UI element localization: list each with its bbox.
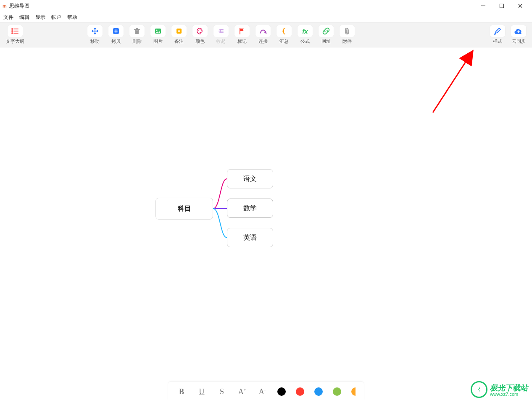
toolbar-attachment[interactable]: 附件 bbox=[340, 25, 355, 44]
move-icon bbox=[87, 25, 103, 37]
svg-point-4 bbox=[12, 29, 13, 29]
toolbar-url[interactable]: 网址 bbox=[319, 25, 334, 44]
window-controls bbox=[474, 0, 529, 12]
strike-button[interactable]: S bbox=[217, 387, 227, 396]
color-green[interactable] bbox=[333, 387, 341, 396]
toolbar-collapse[interactable]: 收起 bbox=[213, 25, 229, 44]
trash-icon bbox=[129, 25, 145, 37]
watermark-logo-icon bbox=[471, 381, 487, 398]
brush-icon bbox=[490, 25, 505, 37]
svg-rect-1 bbox=[500, 4, 504, 8]
menu-account[interactable]: 帐户 bbox=[50, 13, 62, 22]
svg-rect-13 bbox=[176, 29, 182, 34]
mindmap-child-1[interactable]: 语文 bbox=[227, 169, 273, 188]
mindmap-root-label: 科目 bbox=[178, 204, 191, 213]
arrow-curve-icon bbox=[255, 25, 271, 37]
cloud-upload-icon bbox=[511, 25, 526, 37]
mindmap-root-node[interactable]: 科目 bbox=[155, 198, 213, 220]
toolbar-marker-label: 标记 bbox=[237, 38, 247, 44]
mindmap-child-3[interactable]: 英语 bbox=[227, 228, 273, 247]
menubar: 文件 编辑 显示 帐户 帮助 bbox=[0, 12, 532, 23]
menu-help[interactable]: 帮助 bbox=[66, 13, 78, 22]
toolbar-style[interactable]: 样式 bbox=[490, 25, 505, 44]
toolbar-image-label: 图片 bbox=[153, 38, 163, 44]
mindmap-child-3-label: 英语 bbox=[243, 233, 257, 242]
color-orange[interactable] bbox=[351, 387, 356, 396]
toolbar-delete-label: 删除 bbox=[132, 38, 142, 44]
svg-point-6 bbox=[12, 31, 13, 31]
color-blue[interactable] bbox=[314, 387, 323, 396]
collapse-icon bbox=[213, 25, 229, 37]
color-black[interactable] bbox=[277, 387, 286, 396]
svg-point-8 bbox=[12, 33, 13, 34]
menu-view[interactable]: 显示 bbox=[34, 13, 46, 22]
toolbar-outline[interactable]: 文字大纲 bbox=[6, 25, 24, 44]
toolbar-connect-label: 连接 bbox=[258, 38, 268, 44]
annotation-arrow bbox=[420, 45, 487, 117]
watermark-url: www.xz7.com bbox=[490, 392, 528, 397]
watermark: 极光下载站 www.xz7.com bbox=[466, 378, 532, 400]
menu-edit[interactable]: 编辑 bbox=[18, 13, 30, 22]
minimize-button[interactable] bbox=[474, 0, 492, 12]
flag-icon bbox=[234, 25, 250, 37]
toolbar-formula[interactable]: fx 公式 bbox=[298, 25, 313, 44]
svg-line-19 bbox=[433, 53, 471, 112]
toolbar-copy-label: 拷贝 bbox=[111, 38, 121, 44]
mindmap-child-2[interactable]: 数学 bbox=[227, 199, 273, 218]
bold-button[interactable]: B bbox=[176, 387, 187, 396]
svg-point-12 bbox=[156, 30, 158, 31]
paperclip-icon bbox=[340, 25, 355, 37]
close-button[interactable] bbox=[511, 0, 529, 12]
toolbar-color[interactable]: 颜色 bbox=[192, 25, 208, 44]
format-bar: B U S A+ A- bbox=[168, 382, 364, 400]
svg-point-16 bbox=[198, 30, 199, 31]
toolbar-marker[interactable]: 标记 bbox=[234, 25, 250, 44]
toolbar-attachment-label: 附件 bbox=[342, 38, 352, 44]
menu-file[interactable]: 文件 bbox=[3, 13, 14, 22]
toolbar-cloudsync[interactable]: 云同步 bbox=[511, 25, 526, 44]
mindmap-child-2-label: 数学 bbox=[243, 204, 257, 213]
toolbar-image[interactable]: 图片 bbox=[150, 25, 166, 44]
image-icon bbox=[150, 25, 166, 37]
font-increase-button[interactable]: A+ bbox=[237, 387, 247, 396]
toolbar-summary-label: 汇总 bbox=[279, 38, 289, 44]
toolbar-style-label: 样式 bbox=[493, 38, 502, 44]
toolbar-note[interactable]: 备注 bbox=[171, 25, 187, 44]
list-icon bbox=[8, 25, 23, 37]
underline-button[interactable]: U bbox=[197, 387, 207, 396]
mindmap-child-1-label: 语文 bbox=[243, 175, 257, 183]
titlebar: m 思维导图 bbox=[0, 0, 532, 12]
toolbar-color-label: 颜色 bbox=[195, 38, 205, 44]
toolbar-delete[interactable]: 删除 bbox=[129, 25, 145, 44]
window-title: 思维导图 bbox=[9, 3, 29, 10]
svg-point-18 bbox=[201, 30, 202, 31]
maximize-button[interactable] bbox=[492, 0, 511, 12]
brace-icon bbox=[277, 25, 292, 37]
toolbar-move[interactable]: 移动 bbox=[87, 25, 103, 44]
fx-icon: fx bbox=[298, 25, 313, 37]
svg-point-17 bbox=[200, 29, 200, 30]
toolbar-url-label: 网址 bbox=[321, 38, 331, 44]
font-decrease-button[interactable]: A- bbox=[257, 387, 267, 396]
note-icon bbox=[171, 25, 187, 37]
app-icon: m bbox=[3, 3, 7, 8]
palette-icon bbox=[192, 25, 208, 37]
canvas[interactable]: 科目 语文 数学 英语 B U S A+ A- bbox=[0, 47, 532, 400]
color-red[interactable] bbox=[296, 387, 304, 396]
toolbar-collapse-label: 收起 bbox=[216, 38, 226, 44]
toolbar-outline-label: 文字大纲 bbox=[6, 38, 24, 44]
toolbar-move-label: 移动 bbox=[90, 38, 100, 44]
toolbar-copy[interactable]: 拷贝 bbox=[108, 25, 124, 44]
toolbar-formula-label: 公式 bbox=[300, 38, 310, 44]
plus-square-icon bbox=[108, 25, 124, 37]
toolbar: 文字大纲 移动 拷贝 删除 图片 备注 bbox=[0, 23, 532, 47]
toolbar-note-label: 备注 bbox=[174, 38, 184, 44]
watermark-title: 极光下载站 bbox=[490, 384, 528, 392]
toolbar-connect[interactable]: 连接 bbox=[255, 25, 271, 44]
toolbar-summary[interactable]: 汇总 bbox=[277, 25, 292, 44]
link-icon bbox=[319, 25, 334, 37]
toolbar-cloudsync-label: 云同步 bbox=[512, 38, 526, 44]
